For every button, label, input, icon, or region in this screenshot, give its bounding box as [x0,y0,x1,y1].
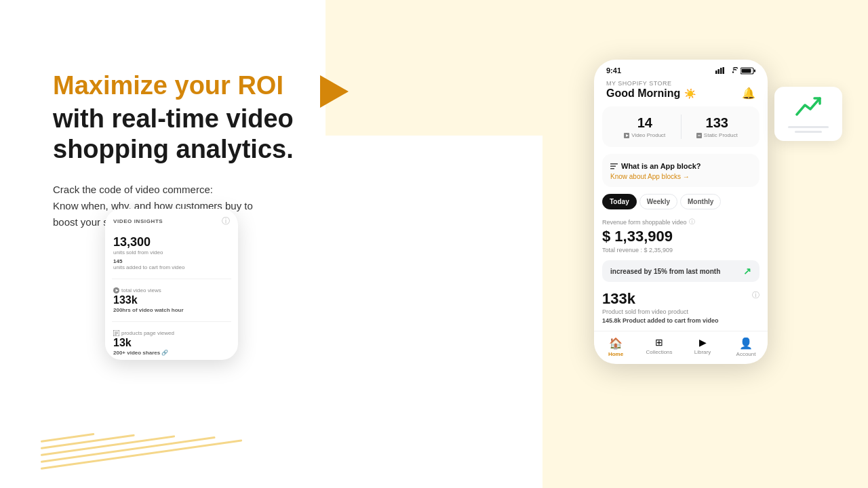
headline-black: with real-time video shopping analytics. [53,104,385,165]
svg-rect-13 [610,165,616,167]
svg-rect-2 [720,68,722,74]
vi-views-label: total video views [113,287,230,293]
svg-rect-17 [113,330,119,336]
svg-rect-12 [610,163,618,165]
bottom-stats: 133k Product sold from video product 145… [594,287,768,328]
vi-info-icon: ⓘ [222,216,230,227]
bottom-stat-label: Product sold from video product [602,308,719,315]
vi-products-label: products page viewed [113,330,230,336]
vi-sub-number: 145 [113,258,230,264]
static-product-stat: 133 Static Product [682,115,753,138]
tab-weekly[interactable]: Weekly [639,194,677,209]
vi-products-viewed: products page viewed 13k 200+ video shar… [105,326,238,360]
vi-main-label: units sold from video [113,249,230,256]
revenue-amount: $ 1,33,909 [602,228,760,245]
collections-icon: ⊞ [655,337,663,348]
stats-card: 14 Video Product 133 Static Product [602,106,760,147]
vi-divider-2 [112,321,231,322]
static-product-count: 133 [682,115,753,131]
account-icon: 👤 [739,337,753,350]
home-icon: 🏠 [609,337,623,350]
headline-orange: Maximize your ROI [53,71,385,101]
app-block-card: What is an App block? Know about App blo… [602,154,760,187]
vi-views-sub: 200hrs of video watch hour [113,307,230,313]
trend-line-2 [795,131,822,133]
tab-today[interactable]: Today [602,194,637,209]
bell-icon: 🔔 [742,87,755,100]
left-section: Maximize your ROI with real-time video s… [53,71,385,230]
nav-collections-label: Collections [646,349,672,355]
trend-line-1 [788,126,829,128]
status-bar: 9:41 [594,60,768,77]
video-insights-header: VIDEO INSIGHTS ⓘ [105,209,238,231]
decorative-lines [41,441,244,474]
vi-main-stat: 13,300 units sold from video 145 units a… [105,231,238,274]
store-label: MY SHOPIFY STORE [606,80,755,87]
increase-arrow-icon: ↗ [743,266,751,277]
video-product-count: 14 [609,115,681,131]
library-icon: ▶ [699,337,707,348]
svg-point-4 [732,71,734,73]
video-product-label: Video Product [609,132,681,138]
phone-header: MY SHOPIFY STORE Good Morning ☀️ 🔔 [594,77,768,106]
vi-views-number: 133k [113,294,230,306]
vi-sub-label: units added to cart from video [113,264,230,270]
svg-rect-7 [754,69,755,72]
trend-arrow-icon [795,96,821,121]
bottom-stat-sub: 145.8k Product added to cart from video [602,317,719,324]
increase-badge: increased by 15% from last month ↗ [602,260,760,282]
trend-card [774,87,842,141]
nav-library-label: Library [694,349,711,355]
revenue-label: Revenue form shoppable video ⓘ [602,218,760,226]
status-time: 9:41 [606,66,621,75]
status-icons [715,67,755,75]
svg-rect-14 [610,168,614,169]
vi-video-views: total video views 133k 200hrs of video w… [105,283,238,317]
phone-left: VIDEO INSIGHTS ⓘ 13,300 units sold from … [105,209,238,360]
nav-home-label: Home [608,351,623,357]
sun-icon: ☀️ [684,88,696,99]
revenue-section: Revenue form shoppable video ⓘ $ 1,33,90… [594,215,768,258]
nav-home[interactable]: 🏠 Home [594,337,637,357]
vi-products-sub: 200+ video shares 🔗 [113,350,230,356]
nav-collections[interactable]: ⊞ Collections [637,337,681,357]
nav-library[interactable]: ▶ Library [681,337,724,357]
nav-account-label: Account [736,351,756,357]
app-block-link[interactable]: Know about App blocks → [610,173,751,180]
total-revenue-text: Total revenue : $ 2,35,909 [602,247,760,253]
bottom-stat-number: 133k [602,290,719,308]
svg-rect-3 [723,67,725,74]
bottom-nav: 🏠 Home ⊞ Collections ▶ Library 👤 Account [594,331,768,364]
svg-rect-6 [742,68,751,73]
vi-main-number: 13,300 [113,235,230,249]
tab-monthly[interactable]: Monthly [680,194,721,209]
vi-title: VIDEO INSIGHTS [113,218,163,224]
app-block-title: What is an App block? [610,162,751,170]
video-product-stat: 14 Video Product [609,115,681,138]
static-product-label: Static Product [682,132,753,138]
svg-rect-0 [715,70,717,74]
vi-divider-1 [112,279,231,279]
bottom-stat-main: 133k Product sold from video product 145… [602,290,719,324]
phone-right: 9:41 MY SHOPIFY STORE Good Morning ☀️ 🔔 … [594,60,768,364]
vi-products-number: 13k [113,337,230,349]
greeting-row: Good Morning ☀️ 🔔 [606,87,755,100]
svg-rect-1 [718,69,720,74]
info-icon: ⓘ [689,218,695,226]
nav-account[interactable]: 👤 Account [724,337,768,357]
greeting-text: Good Morning [606,87,680,100]
bottom-info-icon: ⓘ [752,290,760,300]
tabs-row: Today Weekly Monthly [602,194,760,209]
deco-line-4 [41,436,216,463]
svg-rect-11 [698,135,701,136]
